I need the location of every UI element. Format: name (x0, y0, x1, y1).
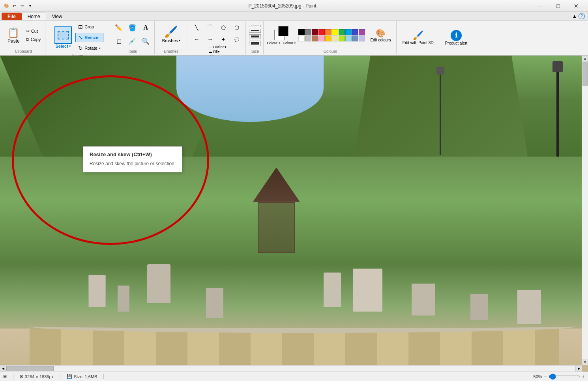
swatch-yellow[interactable] (332, 29, 338, 35)
size-3-button[interactable] (249, 34, 261, 39)
tab-file[interactable]: File (2, 13, 22, 20)
zoom-button[interactable]: 🔍 (139, 36, 152, 47)
swatch-row-2 (298, 35, 365, 41)
text-button[interactable]: A (139, 22, 152, 33)
eraser-button[interactable]: ◻ (112, 36, 125, 47)
tab-home[interactable]: Home (22, 13, 46, 20)
copy-button[interactable]: ⧉ Copy (24, 36, 43, 43)
swatch-grid (298, 29, 365, 41)
scroll-right-button[interactable]: ▶ (575, 366, 582, 372)
rotate-button[interactable]: ↻ Rotate ▾ (75, 43, 103, 53)
brushes-button[interactable]: 🖌️ Brushes ▾ (159, 22, 184, 46)
paste-button[interactable]: 📋 Paste (4, 24, 23, 47)
product-alert-group: ℹ Product alert (440, 21, 473, 54)
freeform-shape-button[interactable]: ⬠ (217, 22, 230, 33)
swatch-lime[interactable] (339, 35, 345, 41)
ribbon-tabs: File Home View ▲ ? (0, 12, 588, 21)
close-button[interactable]: ✕ (567, 0, 585, 12)
swatch-white[interactable] (298, 35, 305, 41)
star-button[interactable]: ✦ (217, 34, 230, 45)
gravestone-7 (412, 284, 435, 316)
v-scrollbar[interactable]: ▲ ▼ (582, 56, 588, 365)
scroll-thumb[interactable] (582, 62, 588, 86)
swatch-darkred[interactable] (312, 29, 318, 35)
undo-icon[interactable]: ↩ (11, 3, 17, 9)
dimensions-section: ⊡ 3264 × 1836px (20, 374, 60, 379)
zoom-plus-button[interactable]: + (582, 374, 585, 380)
swatch-lavender[interactable] (359, 35, 365, 41)
swatch-pink[interactable] (318, 35, 325, 41)
colour2-label: Colour 2 (283, 41, 296, 45)
resize-button[interactable]: ⤡ Resize (75, 33, 103, 42)
cut-button[interactable]: ✂ Cut (24, 28, 43, 35)
callout-button[interactable]: 💬 (230, 34, 243, 45)
outline-button[interactable]: —Outline▾ (209, 45, 227, 49)
crop-button[interactable]: ⊡ Crop (75, 22, 103, 32)
fill-shape-button[interactable]: ▬Fill▾ (209, 50, 227, 54)
fill-button[interactable]: 🪣 (126, 22, 139, 33)
app-icon: 🎨 (3, 3, 9, 9)
select-label-row[interactable]: Select ▾ (55, 44, 70, 49)
size-1-button[interactable] (249, 25, 261, 27)
cemetery-ground (0, 157, 588, 372)
product-alert-button[interactable]: ℹ Product alert (442, 28, 470, 47)
h-scroll-thumb[interactable] (6, 366, 54, 371)
swatch-lightblue[interactable] (345, 35, 352, 41)
colour-1-box[interactable] (278, 26, 288, 36)
h-scrollbar[interactable]: ◀ ▶ (0, 365, 582, 372)
edit-paint3d-button[interactable]: 🖌️ Edit with Paint 3D (400, 28, 436, 47)
scroll-left-button[interactable]: ◀ (0, 366, 6, 372)
tab-view[interactable]: View (46, 13, 68, 20)
redo-icon[interactable]: ↪ (19, 3, 25, 9)
cut-copy-buttons: ✂ Cut ⧉ Copy (24, 28, 43, 43)
product-alert-label: Product alert (445, 41, 468, 45)
edit-colours-button[interactable]: 🎨 Edit colours (367, 26, 393, 44)
swatch-blue[interactable] (352, 29, 358, 35)
help-icon[interactable]: ? (579, 13, 585, 19)
ribbon-collapse-icon[interactable]: ▲ (572, 13, 577, 19)
swatch-lightgray[interactable] (305, 35, 311, 41)
zoom-minus-button[interactable]: − (544, 374, 547, 380)
swatch-brown[interactable] (312, 35, 318, 41)
canvas-image[interactable]: Resize and skew (Ctrl+W) Resize and skew… (0, 56, 588, 372)
h-scroll-track (6, 366, 575, 372)
dimension-icon: ⊡ (20, 374, 23, 379)
swatch-purple[interactable] (359, 29, 365, 35)
scroll-up-button[interactable]: ▲ (582, 56, 588, 62)
filesize-icon: 💾 (67, 374, 72, 379)
swatch-red[interactable] (318, 29, 325, 35)
maximize-button[interactable]: □ (549, 0, 567, 12)
polygon-shape-button[interactable]: ⬡ (230, 22, 243, 33)
select-area: Select ▾ (52, 26, 74, 49)
size-4-button[interactable] (249, 41, 261, 46)
rotate-chevron-icon: ▾ (99, 47, 101, 50)
select-button[interactable] (54, 26, 72, 44)
resize-icon: ⤡ (78, 34, 83, 41)
select-label: Select (55, 44, 68, 49)
swatch-green[interactable] (339, 29, 345, 35)
swatch-orange[interactable] (325, 29, 331, 35)
zoom-slider[interactable] (549, 374, 580, 380)
title-bar-dropdown[interactable]: ▾ (27, 3, 33, 9)
gazebo-roof (253, 168, 300, 202)
swatch-black[interactable] (298, 29, 305, 35)
picker-button[interactable]: 💉 (126, 36, 139, 47)
swatch-gold[interactable] (325, 35, 331, 41)
arrow-left-button[interactable]: ← (190, 34, 203, 45)
swatch-cyan[interactable] (345, 29, 352, 35)
arrow-right-button[interactable]: → (204, 34, 216, 45)
swatch-steelblue[interactable] (352, 35, 358, 41)
crop-icon: ⊡ (78, 24, 83, 30)
edit-colours-area: 🎨 Edit colours (367, 26, 393, 44)
gravestone-6 (353, 269, 382, 312)
swatch-cream[interactable] (332, 35, 338, 41)
size-2-button[interactable] (249, 29, 261, 33)
pencil-button[interactable]: ✏️ (112, 22, 125, 33)
scroll-down-button[interactable]: ▼ (582, 359, 588, 365)
size-group: Size (247, 21, 264, 54)
line-shape-button[interactable]: ╲ (190, 22, 203, 33)
curve-shape-button[interactable]: ⌒ (204, 22, 216, 33)
tools-group: ✏️ 🪣 A ◻ 💉 🔍 Tools (110, 21, 155, 54)
swatch-gray[interactable] (305, 29, 311, 35)
minimize-button[interactable]: ─ (532, 0, 549, 12)
